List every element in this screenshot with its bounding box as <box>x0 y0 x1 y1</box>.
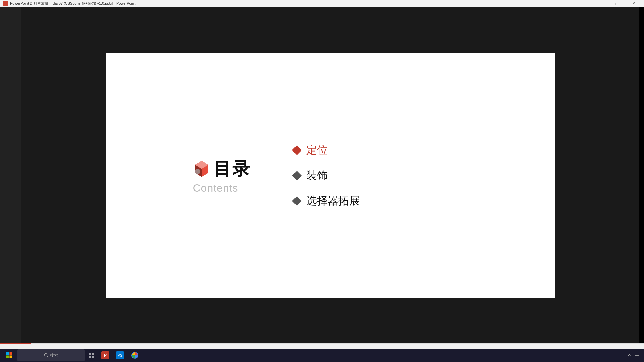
menu-item-3: 选择器拓展 <box>293 194 360 208</box>
menu-label-3: 选择器拓展 <box>306 194 360 208</box>
svg-rect-25 <box>92 356 94 358</box>
slide-container: 目录 Contents 定位 装饰 选择器拓展 <box>21 7 639 344</box>
diamond-icon-1 <box>292 145 301 155</box>
slide-divider <box>277 139 277 213</box>
system-tray: — <box>627 353 641 358</box>
close-button[interactable]: ✕ <box>626 0 641 7</box>
svg-point-20 <box>45 354 47 356</box>
minimize-button[interactable]: ─ <box>592 0 608 7</box>
chevron-up-icon[interactable] <box>627 353 632 358</box>
cube-logo-icon <box>193 160 210 177</box>
search-bar[interactable]: 搜索 <box>17 349 85 361</box>
menu-item-2: 装饰 <box>293 168 360 183</box>
diamond-icon-2 <box>292 171 301 180</box>
svg-rect-23 <box>92 353 94 355</box>
svg-rect-18 <box>6 356 9 359</box>
title-bar: PowerPoint 幻灯片放映 - [day07 (CSS05-定位+装饰) … <box>0 0 644 7</box>
app-icon <box>3 1 8 6</box>
windows-taskbar: 搜索 P VS — <box>0 349 644 362</box>
svg-rect-24 <box>89 356 91 358</box>
diamond-icon-3 <box>292 196 301 205</box>
menu-label-1: 定位 <box>306 143 328 158</box>
menu-item-1: 定位 <box>293 143 360 158</box>
time: — <box>635 353 639 358</box>
slide-right-panel: 定位 装饰 选择器拓展 <box>293 143 360 208</box>
windows-start-button[interactable] <box>3 349 16 361</box>
left-sidebar <box>0 7 21 344</box>
menu-label-2: 装饰 <box>306 168 328 183</box>
task-view-button[interactable] <box>86 349 97 361</box>
logo-row: 目录 <box>193 157 251 180</box>
svg-point-4 <box>195 169 200 174</box>
svg-rect-19 <box>10 356 13 359</box>
slide-title-en: Contents <box>193 182 238 194</box>
restore-button[interactable]: □ <box>609 0 625 7</box>
window-title: PowerPoint 幻灯片放映 - [day07 (CSS05-定位+装饰) … <box>10 1 592 6</box>
svg-line-21 <box>47 356 48 357</box>
slide-left-panel: 目录 Contents <box>193 157 251 194</box>
taskbar-app-vscode[interactable]: VS <box>113 349 127 361</box>
search-placeholder: 搜索 <box>50 353 58 358</box>
svg-rect-22 <box>89 353 91 355</box>
slide-title-zh: 目录 <box>214 157 251 180</box>
svg-rect-16 <box>6 352 9 355</box>
svg-rect-17 <box>10 352 13 355</box>
window-controls[interactable]: ─ □ ✕ <box>592 0 641 7</box>
slide: 目录 Contents 定位 装饰 选择器拓展 <box>106 53 555 298</box>
taskbar-app-chrome[interactable] <box>128 349 142 361</box>
taskbar-app-powerpoint[interactable]: P <box>99 349 112 361</box>
